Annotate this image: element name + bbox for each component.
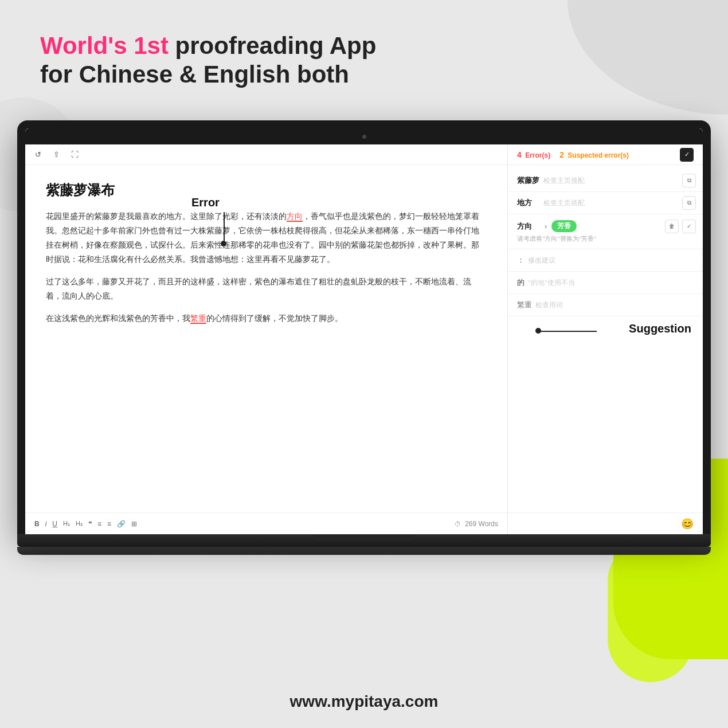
copy-icon-1[interactable]: ⧉ [682,174,696,187]
error-word-fanzhong: 繁重 [190,314,206,324]
link-btn[interactable]: 🔗 [117,520,126,528]
doc-text: 花园里盛开的紫藤萝是我最喜欢的地方。这里除了光彩，还有淡淡的方向，香气似乎也是浅… [46,210,487,326]
right-panel: 4 Error(s) 2 Suspected error(s) ✓ [508,144,703,534]
laptop-wrapper: Error Suggestion ↺ ⇧ ⛶ [17,120,711,555]
h1-btn[interactable]: H₁ [63,520,70,527]
bg-shape-top-right [567,0,728,115]
arrow-icon: › [545,222,547,230]
laptop-hinge [312,534,416,541]
trash-icon-3[interactable]: 🗑 [665,220,679,233]
suggestion-item-difang[interactable]: 地方 检查主页搭配 ⧉ [508,192,703,214]
error-annotation-label: Error [191,196,220,209]
headline: World's 1st proofreading App for Chinese… [40,32,376,89]
suggestion-item-zitenglu[interactable]: 紫藤萝 检查主页搜配 ⧉ [508,170,703,192]
headline-highlight: World's 1st [40,32,169,59]
emoji-icon: 😊 [681,518,694,530]
accept-icon-3[interactable]: ✓ [682,220,696,233]
suggestion-arrow-dot [535,328,541,334]
editor-toolbar-bottom: B i U H₁ H₂ ❝ ≡ ≡ 🔗 ⊞ ⏱ 269 Words [25,512,507,534]
list-btn[interactable]: ≡ [97,520,101,528]
suggestion-item-colon[interactable]: ： 修改建议 [508,249,703,272]
doc-title: 紫藤萝瀑布 [46,181,487,199]
italic-btn[interactable]: i [45,520,47,528]
suspected-tab[interactable]: 2 Suspected error(s) [559,150,629,159]
right-panel-content[interactable]: 紫藤萝 检查主页搜配 ⧉ 地方 检查主页搭配 ⧉ [508,165,703,512]
headline-line2: for Chinese & English both [40,60,376,89]
error-arrow-dot [221,241,226,246]
editor-toolbar-top: ↺ ⇧ ⛶ [25,144,507,165]
error-word-fangxiang: 方向 [287,212,303,222]
suggestion-item-de[interactable]: 的 "的地"使用不当 [508,272,703,294]
right-panel-header: 4 Error(s) 2 Suspected error(s) ✓ [508,144,703,165]
copy-icon-2[interactable]: ⧉ [682,196,696,210]
suggestion-badge: 芳香 [551,220,577,232]
quote-btn[interactable]: ❝ [88,520,92,528]
list2-btn[interactable]: ≡ [107,520,111,528]
headline-part2: proofreading App [175,32,377,59]
h2-btn[interactable]: H₂ [76,520,83,527]
suggestion-item-fanzhong[interactable]: 繁重 检查用词 [508,294,703,316]
suggestion-arrow-line [539,331,597,332]
error-arrow-line [224,212,225,241]
headline-line1: World's 1st proofreading App [40,32,376,60]
website-url: www.mypitaya.com [0,692,728,711]
fullscreen-icon[interactable]: ⛶ [70,150,79,159]
app-ui: Error Suggestion ↺ ⇧ ⛶ [25,144,703,534]
right-panel-icons: ✓ [680,148,694,162]
laptop-bottom [17,547,711,555]
error-tab[interactable]: 4 Error(s) [517,150,550,159]
bold-btn[interactable]: B [34,520,40,528]
laptop-base [17,534,711,547]
table-btn[interactable]: ⊞ [131,520,137,528]
editor-content[interactable]: 紫藤萝瀑布 花园里盛开的紫藤萝是我最喜欢的地方。这里除了光彩，还有淡淡的方向，香… [25,165,507,512]
laptop-screen: Error Suggestion ↺ ⇧ ⛶ [25,128,703,534]
clock-icon: ⏱ [455,520,461,527]
share-icon[interactable]: ⇧ [52,150,61,159]
editor-panel: ↺ ⇧ ⛶ 紫藤萝瀑布 花园里盛开的紫藤萝是我最喜欢的地方。这里除了光彩，还有淡… [25,144,508,534]
underline-btn[interactable]: U [52,520,57,528]
laptop-bezel [25,128,703,144]
laptop-outer: Error Suggestion ↺ ⇧ ⛶ [17,120,711,534]
accept-all-btn[interactable]: ✓ [680,148,694,162]
suggestion-item-fangxiang[interactable]: 方向 › 芳香 🗑 ✓ 请考虑将"方向"替换为"芳香" [508,214,703,249]
right-panel-bottom: 😊 [508,512,703,534]
refresh-icon[interactable]: ↺ [33,150,42,159]
word-count: ⏱ 269 Words [455,520,498,528]
camera-dot [362,135,366,139]
suggestion-annotation-label: Suggestion [629,322,691,335]
